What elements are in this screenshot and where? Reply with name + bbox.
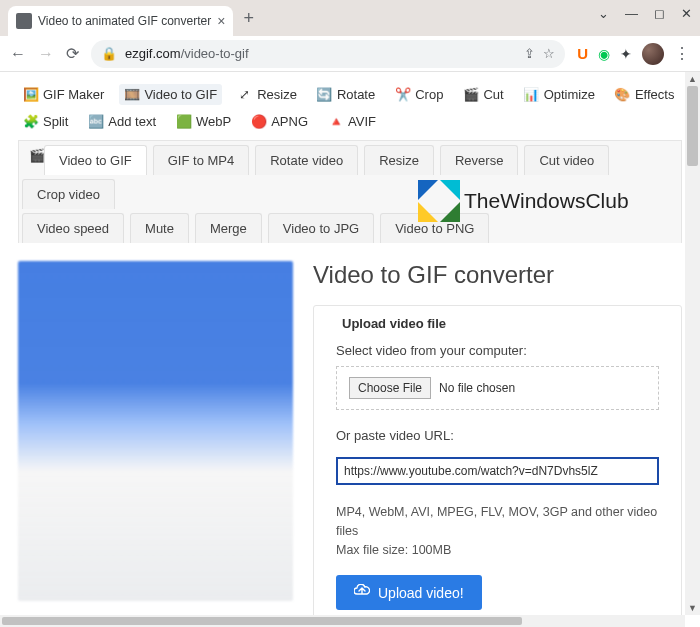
upload-button-label: Upload video! <box>378 585 464 601</box>
apng-icon: 🔴 <box>251 114 266 129</box>
formats-hint: MP4, WebM, AVI, MPEG, FLV, MOV, 3GP and … <box>336 503 659 559</box>
tool-cut[interactable]: 🎬Cut <box>458 84 508 105</box>
window-dropdown-icon[interactable]: ⌄ <box>598 6 609 21</box>
optimize-icon: 📊 <box>524 87 539 102</box>
horizontal-scrollbar[interactable] <box>0 615 685 627</box>
address-bar[interactable]: 🔒 ezgif.com/video-to-gif ⇪ ☆ <box>91 40 565 68</box>
tool-split[interactable]: 🧩Split <box>18 111 73 132</box>
subtab-video-to-gif[interactable]: Video to GIF <box>44 145 147 175</box>
tool-gif-maker[interactable]: 🖼️GIF Maker <box>18 84 109 105</box>
main-toolbar: 🖼️GIF Maker🎞️Video to GIF⤢Resize🔄Rotate✂… <box>18 84 682 105</box>
clapper-icon: 🎬 <box>19 141 41 175</box>
secondary-toolbar: 🧩Split🔤Add text🟩WebP🔴APNG🔺AVIF <box>18 111 682 132</box>
tool-rotate[interactable]: 🔄Rotate <box>312 84 380 105</box>
new-tab-button[interactable]: + <box>233 8 264 29</box>
scroll-down-icon[interactable]: ▼ <box>685 601 700 615</box>
tool-add-text[interactable]: 🔤Add text <box>83 111 161 132</box>
share-icon[interactable]: ⇪ <box>524 46 535 61</box>
tool-label: APNG <box>271 114 308 129</box>
tool-label: Resize <box>257 87 297 102</box>
subtab-gif-to-mp4[interactable]: GIF to MP4 <box>153 145 249 175</box>
tool-label: Split <box>43 114 68 129</box>
subtab-resize[interactable]: Resize <box>364 145 434 175</box>
subtab-video-speed[interactable]: Video speed <box>22 213 124 243</box>
file-chosen-text: No file chosen <box>439 381 515 395</box>
extension-u-icon[interactable]: U <box>577 45 588 62</box>
choose-file-button[interactable]: Choose File <box>349 377 431 399</box>
window-controls: ⌄ ― ◻ ✕ <box>598 6 692 21</box>
tool-label: Optimize <box>544 87 595 102</box>
tab-title: Video to animated GIF converter <box>38 14 211 28</box>
tool-video-to-gif[interactable]: 🎞️Video to GIF <box>119 84 222 105</box>
subtab-video-to-jpg[interactable]: Video to JPG <box>268 213 374 243</box>
tool-webp[interactable]: 🟩WebP <box>171 111 236 132</box>
close-tab-icon[interactable]: × <box>217 13 225 29</box>
url-host: ezgif.com <box>125 46 181 61</box>
tool-crop[interactable]: ✂️Crop <box>390 84 448 105</box>
close-window-icon[interactable]: ✕ <box>681 6 692 21</box>
upload-cloud-icon <box>354 584 370 601</box>
page-viewport: 🖼️GIF Maker🎞️Video to GIF⤢Resize🔄Rotate✂… <box>0 72 700 627</box>
extensions-icon[interactable]: ✦ <box>620 46 632 62</box>
subtab-cut-video[interactable]: Cut video <box>524 145 609 175</box>
avif-icon: 🔺 <box>328 114 343 129</box>
gif-icon: 🖼️ <box>23 87 38 102</box>
text-icon: 🔤 <box>88 114 103 129</box>
forward-button[interactable]: → <box>38 45 54 63</box>
hscroll-thumb[interactable] <box>2 617 522 625</box>
lock-icon: 🔒 <box>101 46 117 61</box>
bookmark-icon[interactable]: ☆ <box>543 46 555 61</box>
menu-icon[interactable]: ⋮ <box>674 44 690 63</box>
upload-card: Upload video file Select video from your… <box>313 305 682 627</box>
subtab-merge[interactable]: Merge <box>195 213 262 243</box>
video-icon: 🎞️ <box>124 87 139 102</box>
select-file-label: Select video from your computer: <box>336 343 659 358</box>
tool-label: Add text <box>108 114 156 129</box>
tool-effects[interactable]: 🎨Effects <box>610 84 680 105</box>
scroll-up-icon[interactable]: ▲ <box>685 72 700 86</box>
file-input-group[interactable]: Choose File No file chosen <box>336 366 659 410</box>
favicon-icon <box>16 13 32 29</box>
minimize-icon[interactable]: ― <box>625 6 638 21</box>
tool-label: Rotate <box>337 87 375 102</box>
watermark-logo-icon <box>418 180 460 222</box>
tool-label: AVIF <box>348 114 376 129</box>
url-path: /video-to-gif <box>181 46 249 61</box>
subtab-mute[interactable]: Mute <box>130 213 189 243</box>
tool-label: GIF Maker <box>43 87 104 102</box>
watermark-text: TheWindowsClub <box>464 189 629 213</box>
tool-optimize[interactable]: 📊Optimize <box>519 84 600 105</box>
resize-icon: ⤢ <box>237 87 252 102</box>
tool-label: Video to GIF <box>144 87 217 102</box>
subtab-rotate-video[interactable]: Rotate video <box>255 145 358 175</box>
scroll-thumb[interactable] <box>687 86 698 166</box>
profile-avatar[interactable] <box>642 43 664 65</box>
vertical-scrollbar[interactable]: ▲ ▼ <box>685 72 700 615</box>
crop-icon: ✂️ <box>395 87 410 102</box>
reload-button[interactable]: ⟳ <box>66 44 79 63</box>
subtab-reverse[interactable]: Reverse <box>440 145 518 175</box>
subtab-crop-video[interactable]: Crop video <box>22 179 115 209</box>
cut-icon: 🎬 <box>463 87 478 102</box>
webp-icon: 🟩 <box>176 114 191 129</box>
watermark: TheWindowsClub <box>418 180 629 222</box>
tool-label: Effects <box>635 87 675 102</box>
tool-resize[interactable]: ⤢Resize <box>232 84 302 105</box>
upload-button[interactable]: Upload video! <box>336 575 482 610</box>
extension-grammarly-icon[interactable]: ◉ <box>598 46 610 62</box>
tool-avif[interactable]: 🔺AVIF <box>323 111 381 132</box>
url-label: Or paste video URL: <box>336 428 659 443</box>
effects-icon: 🎨 <box>615 87 630 102</box>
tool-label: WebP <box>196 114 231 129</box>
rotate-icon: 🔄 <box>317 87 332 102</box>
video-url-input[interactable] <box>336 457 659 485</box>
tool-label: Cut <box>483 87 503 102</box>
browser-tab[interactable]: Video to animated GIF converter × <box>8 6 233 36</box>
maximize-icon[interactable]: ◻ <box>654 6 665 21</box>
browser-titlebar: Video to animated GIF converter × + ⌄ ― … <box>0 0 700 36</box>
tool-apng[interactable]: 🔴APNG <box>246 111 313 132</box>
browser-toolbar: ← → ⟳ 🔒 ezgif.com/video-to-gif ⇪ ☆ U ◉ ✦… <box>0 36 700 72</box>
back-button[interactable]: ← <box>10 45 26 63</box>
video-preview <box>18 261 293 601</box>
tool-label: Crop <box>415 87 443 102</box>
